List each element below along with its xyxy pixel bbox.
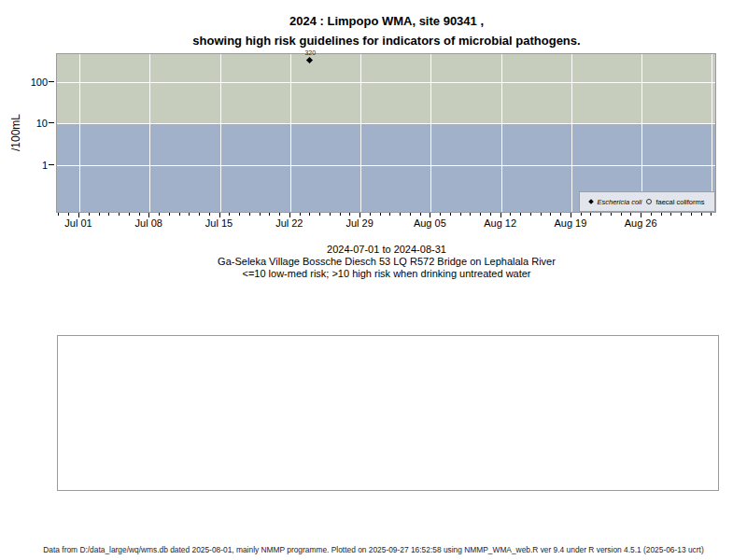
legend-entry: Eschericia coli [589,198,641,206]
x-tick-mark-minor [651,213,652,216]
open-circle-icon [646,199,652,204]
x-tick-mark-minor [400,213,401,216]
y-tick-mark [49,122,54,123]
gridline-vertical [220,54,221,212]
x-tick-mark-minor [179,213,180,216]
x-tick-mark-minor [630,213,631,216]
chart-title: 2024 : Limpopo WMA, site 90341 , showing… [0,11,747,50]
x-tick-mark-minor [621,213,622,216]
x-tick-label: Aug 19 [544,217,597,229]
x-tick-label: Jul 01 [52,217,105,229]
x-tick-mark-minor [68,213,69,216]
chart-subtitle: 2024-07-01 to 2024-08-31 Ga-Seleka Villa… [0,244,747,280]
x-tick-label: Aug 05 [403,217,456,229]
x-tick-label: Jul 08 [122,217,175,229]
x-tick-mark-minor [330,213,331,216]
x-tick-mark-minor [279,213,280,216]
x-tick-mark-minor [239,213,240,216]
x-tick-mark-minor [670,213,671,216]
x-tick-mark-minor [389,213,390,216]
x-tick-mark-minor [711,213,712,216]
x-tick-mark-minor [701,213,702,216]
x-tick-mark-minor [380,213,381,216]
x-tick-mark-minor [440,213,441,216]
x-tick-mark-minor [199,213,200,216]
x-tick-mark-minor [581,213,582,216]
x-tick-mark-minor [691,213,692,216]
y-tick-label: 1 [0,160,48,171]
x-tick-mark-minor [300,213,301,216]
y-tick-mark [49,81,54,82]
y-tick-label: 100 [0,77,48,88]
high-risk-band [57,54,715,123]
x-tick-mark-minor [450,213,451,216]
x-tick-mark-minor [269,213,270,216]
x-tick-label: Jul 15 [193,217,246,229]
gridline-vertical [149,54,150,212]
x-tick-mark-minor [139,213,140,216]
legend-label: faecal coliforms [655,198,704,206]
x-tick-mark-minor [129,213,130,216]
filled-diamond-icon [589,199,595,204]
gridline-vertical [712,54,712,212]
x-tick-mark-minor [189,213,190,216]
x-tick-mark-minor [119,213,120,216]
x-tick-mark-minor [209,213,210,216]
gridline-vertical [501,54,502,212]
x-tick-mark-minor [470,213,471,216]
x-tick-mark-minor [99,213,100,216]
x-tick-mark-minor [661,213,662,216]
x-tick-mark-minor [590,213,591,216]
subtitle-site-description: Ga-Seleka Village Bossche Diesch 53 LQ R… [0,256,747,268]
x-tick-label: Jul 29 [333,217,386,229]
x-tick-mark-minor [260,213,261,216]
x-tick-mark-minor [681,213,682,216]
x-tick-mark-minor [490,213,491,216]
data-point-label: 320 [291,49,329,56]
x-tick-mark-minor [249,213,250,216]
gridline-vertical [360,54,361,212]
x-tick-label: Jul 22 [263,217,316,229]
x-tick-mark-minor [510,213,511,216]
x-tick-mark-minor [611,213,612,216]
x-tick-mark-minor [560,213,561,216]
gridline-horizontal [57,165,715,166]
subtitle-risk-note: <=10 low-med risk; >10 high risk when dr… [0,268,747,280]
x-tick-mark-minor [309,213,310,216]
x-tick-mark-minor [410,213,411,216]
gridline-vertical [641,54,642,212]
x-tick-mark-minor [600,213,601,216]
chart-title-line2: showing high risk guidelines for indicat… [0,31,747,50]
gridline-horizontal [57,82,715,83]
gridline-vertical [79,54,80,212]
x-tick-mark-minor [159,213,160,216]
empty-panel-box [57,335,719,491]
x-tick-mark-minor [319,213,320,216]
x-tick-mark-minor [480,213,481,216]
x-tick-mark-minor [229,213,230,216]
gridline-horizontal [57,123,715,124]
legend-label: Eschericia coli [597,198,641,206]
x-tick-label: Aug 26 [614,217,667,229]
x-tick-mark-minor [370,213,371,216]
x-tick-label: Aug 12 [474,217,527,229]
x-tick-mark-minor [420,213,421,216]
x-tick-mark-minor [169,213,170,216]
x-tick-mark-minor [349,213,350,216]
x-tick-mark-minor [340,213,341,216]
x-tick-mark-minor [550,213,551,216]
plot-canvas: 2024 : Limpopo WMA, site 90341 , showing… [0,0,747,560]
y-tick-mark [49,164,54,165]
chart-title-line1: 2024 : Limpopo WMA, site 90341 , [0,11,747,31]
x-tick-mark-minor [541,213,542,216]
subtitle-date-range: 2024-07-01 to 2024-08-31 [0,244,747,256]
x-tick-mark-minor [89,213,90,216]
x-tick-mark-minor [530,213,531,216]
x-tick-mark-minor [460,213,461,216]
gridline-vertical [571,54,572,212]
y-tick-label: 10 [0,118,48,129]
x-tick-mark-minor [108,213,109,216]
gridline-vertical [430,54,431,212]
footer-note: Data from D:/data_large/wq/wms.db dated … [0,545,747,554]
x-tick-mark-minor [520,213,521,216]
